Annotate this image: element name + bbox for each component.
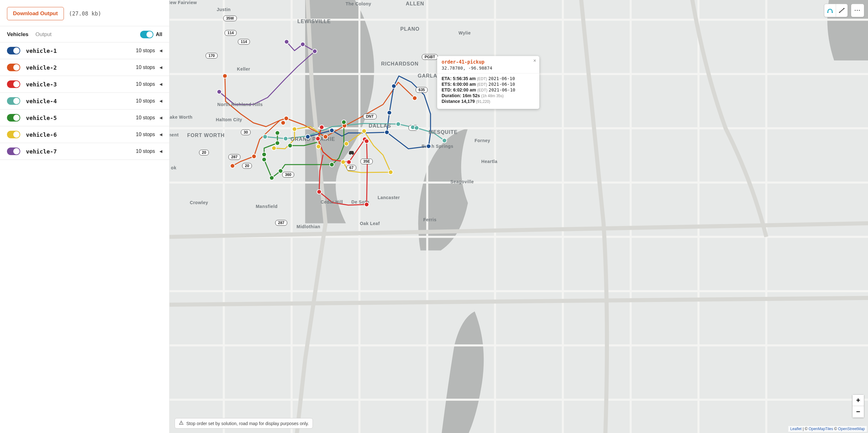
stop-marker[interactable] <box>261 157 267 162</box>
toggle-all-switch[interactable] <box>140 31 153 38</box>
stop-marker[interactable] <box>341 120 346 125</box>
expand-icon[interactable]: ◀ <box>159 149 162 153</box>
zoom-control: + − <box>852 394 864 418</box>
map[interactable]: New FairviewJustinThe ColonyALLENLEWISVI… <box>169 0 868 433</box>
stop-marker[interactable] <box>384 130 390 135</box>
route-straight-icon[interactable] <box>836 4 847 17</box>
expand-icon[interactable]: ◀ <box>159 82 162 86</box>
expand-icon[interactable]: ◀ <box>159 99 162 103</box>
vehicle-toggle[interactable] <box>7 80 20 88</box>
download-output-button[interactable]: Download Output <box>7 7 64 20</box>
road-shield: 20 <box>242 163 252 169</box>
expand-icon[interactable]: ◀ <box>159 49 162 53</box>
vehicle-row: vehicle-1 10 stops ◀ <box>0 42 169 59</box>
popup-title: order-41-pickup <box>442 59 535 65</box>
stop-marker[interactable] <box>262 134 268 139</box>
stop-marker[interactable] <box>317 189 322 194</box>
road-shield: 35E <box>360 158 373 164</box>
stop-marker[interactable] <box>362 128 367 134</box>
svg-point-1 <box>827 12 829 13</box>
vehicle-toggle[interactable] <box>7 64 20 71</box>
stop-marker[interactable] <box>442 138 447 143</box>
output-filesize: (27.08 kb) <box>69 10 101 17</box>
tab-vehicles[interactable]: Vehicles <box>7 31 28 38</box>
stop-marker[interactable] <box>319 125 324 130</box>
stop-marker[interactable] <box>275 131 280 136</box>
stop-marker[interactable] <box>341 160 346 165</box>
popup-close-button[interactable]: × <box>533 58 536 64</box>
stop-marker[interactable] <box>284 39 289 44</box>
leaflet-link[interactable]: Leaflet <box>790 427 802 431</box>
vehicle-toggle[interactable] <box>7 114 20 121</box>
stop-marker[interactable] <box>292 126 297 132</box>
stop-marker[interactable] <box>222 74 227 79</box>
city-label: Wylie <box>459 30 471 35</box>
map-attribution: Leaflet | © OpenMapTiles © OpenStreetMap <box>788 426 867 432</box>
stop-marker[interactable] <box>269 175 274 180</box>
stop-marker[interactable] <box>281 120 286 125</box>
stop-marker[interactable] <box>300 42 305 47</box>
stop-marker[interactable] <box>344 141 349 146</box>
city-label: Cedar Hill <box>321 199 343 204</box>
vehicle-stops: 10 stops <box>136 148 155 154</box>
disclaimer-text: Stop order set by solution, road map for… <box>186 421 309 426</box>
stop-marker[interactable] <box>329 128 334 133</box>
expand-icon[interactable]: ◀ <box>159 116 162 120</box>
svg-point-2 <box>832 12 833 13</box>
stop-marker[interactable] <box>329 162 334 167</box>
vehicle-row: vehicle-7 10 stops ◀ <box>0 143 169 160</box>
stop-marker[interactable] <box>278 168 283 173</box>
stop-marker[interactable] <box>251 154 256 159</box>
vehicle-toggle[interactable] <box>7 131 20 138</box>
stop-marker[interactable] <box>323 134 328 139</box>
stop-marker[interactable] <box>305 134 310 139</box>
stop-marker[interactable] <box>396 121 401 126</box>
stop-marker[interactable] <box>261 152 267 157</box>
stop-marker[interactable] <box>284 116 289 121</box>
vehicle-toggle[interactable] <box>7 97 20 105</box>
city-label: FORT WORTH <box>187 133 225 138</box>
zoom-in-button[interactable]: + <box>852 395 864 406</box>
tab-output[interactable]: Output <box>35 31 52 38</box>
popup-time-row: ETA: 5:56:35 am (EDT) 2021-06-10 <box>442 76 535 81</box>
stop-marker[interactable] <box>271 146 276 151</box>
stop-marker[interactable] <box>287 143 292 148</box>
map-more-button[interactable]: ··· <box>851 4 864 17</box>
vehicle-row: vehicle-4 10 stops ◀ <box>0 93 169 110</box>
stop-marker[interactable] <box>316 144 321 149</box>
stop-marker[interactable] <box>412 95 417 100</box>
stop-marker[interactable] <box>388 170 393 175</box>
vehicle-toggle[interactable] <box>7 47 20 54</box>
expand-icon[interactable]: ◀ <box>159 132 162 137</box>
vehicle-stops: 10 stops <box>136 81 155 87</box>
city-label: Justin <box>217 7 230 12</box>
stop-marker[interactable] <box>346 160 351 165</box>
svg-line-3 <box>840 8 844 12</box>
city-label: Seagoville <box>451 179 474 184</box>
stop-marker[interactable] <box>283 136 288 141</box>
zoom-out-button[interactable]: − <box>852 406 864 417</box>
stop-marker[interactable] <box>275 141 280 146</box>
vehicle-row: vehicle-2 10 stops ◀ <box>0 59 169 76</box>
stop-marker[interactable] <box>217 89 222 94</box>
openstreetmap-link[interactable]: OpenStreetMap <box>838 427 865 431</box>
stop-marker[interactable] <box>414 125 419 131</box>
city-label: GRAND PRAIRIE <box>290 137 335 142</box>
city-label: MESQUITE <box>429 129 458 135</box>
expand-icon[interactable]: ◀ <box>159 65 162 69</box>
stop-marker[interactable] <box>391 84 396 89</box>
toggle-all[interactable]: All <box>140 31 162 38</box>
stop-marker[interactable] <box>230 163 235 168</box>
stop-marker[interactable] <box>312 49 317 54</box>
road-shield: DNT <box>363 114 377 119</box>
stop-marker[interactable] <box>315 136 320 141</box>
stop-marker[interactable] <box>426 144 431 149</box>
stop-marker[interactable] <box>387 110 392 115</box>
route-curved-icon[interactable] <box>824 4 836 17</box>
stop-marker[interactable] <box>364 139 369 144</box>
city-label: Haltom City <box>216 117 242 122</box>
stop-marker[interactable] <box>364 202 369 207</box>
vehicle-toggle[interactable] <box>7 147 20 155</box>
vehicle-name: vehicle-7 <box>26 148 57 155</box>
openmaptiles-link[interactable]: OpenMapTiles <box>809 427 833 431</box>
